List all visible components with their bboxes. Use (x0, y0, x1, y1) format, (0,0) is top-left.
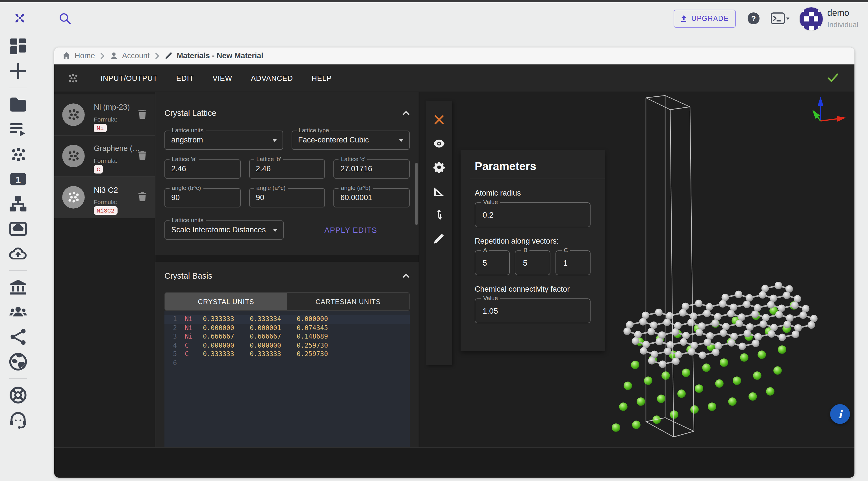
crystal-lattice-section: Crystal Lattice Lattice units angstrom L… (155, 92, 419, 255)
form-panel-scrollbar[interactable] (415, 163, 417, 225)
editor-line[interactable]: 5C0.3333330.3333330.259730 (164, 350, 410, 359)
delete-trash-icon[interactable] (138, 150, 147, 160)
search-icon[interactable] (58, 12, 72, 25)
editor-line[interactable]: 6 (164, 359, 410, 367)
user-plan: Individual (827, 20, 858, 29)
web-globe-icon[interactable] (8, 352, 28, 371)
editor-line[interactable]: 3Ni0.6666670.6666670.148689 (164, 332, 410, 341)
console-dropdown-icon[interactable] (771, 12, 790, 25)
atomic-radius-input[interactable]: Value 0.2 (475, 202, 591, 227)
measure-ruler-icon[interactable] (433, 185, 445, 197)
cloud-upload-icon[interactable] (8, 244, 28, 263)
add-new-icon[interactable] (8, 62, 28, 81)
window-top-strip (0, 0, 868, 2)
workflow-tree-icon[interactable] (8, 194, 28, 214)
delete-trash-icon[interactable] (138, 109, 147, 119)
swap-vert-arrows-icon[interactable] (433, 209, 445, 220)
editor-line[interactable]: 4C0.0000000.0000000.259730 (164, 341, 410, 350)
repetition-inputs: A 5 B 5 C 1 (475, 250, 591, 275)
help-icon[interactable]: ? (747, 12, 760, 25)
svg-text:1: 1 (16, 174, 21, 185)
lattice-type-select[interactable]: Lattice type Face-centered Cubic (291, 130, 410, 150)
basis-units-tabs: CRYSTAL UNITS CARTESIAN UNITS (164, 292, 410, 311)
share-nodes-icon[interactable] (8, 327, 28, 347)
material-item-ni3c2-selected[interactable]: Ni3 C2 Formula: Ni3C2 (54, 177, 155, 218)
formula-badge: Ni (94, 124, 106, 132)
info-button[interactable]: i (830, 404, 850, 424)
settings-gear-icon[interactable] (433, 162, 445, 173)
materials-3d-viewer[interactable]: Parameters Atomic radius Value 0.2 Repet… (419, 92, 855, 447)
svg-text:?: ? (751, 14, 756, 23)
materials-dots-icon[interactable] (8, 145, 28, 164)
material-item-graphene[interactable]: Graphene (… Formula: C (54, 136, 155, 177)
repetition-a-input[interactable]: A 5 (475, 250, 510, 275)
repetition-c-input[interactable]: C 1 (555, 250, 591, 275)
editor-line[interactable]: 1Ni0.3333330.3333340.000000 (164, 315, 410, 324)
dropdown-caret-icon (272, 139, 277, 142)
app-sidebar: 1 (0, 34, 36, 481)
sidebar-divider (9, 88, 27, 88)
edit-pencil-icon[interactable] (433, 233, 445, 244)
crystal-basis-section: Crystal Basis CRYSTAL UNITS CARTESIAN UN… (155, 262, 419, 447)
save-check-icon[interactable] (827, 73, 839, 83)
connectivity-label: Chemical connectivity factor (475, 285, 591, 293)
team-group-icon[interactable] (8, 302, 28, 322)
angle-ab-input[interactable]: angle (a^b) 60.00001 (334, 188, 410, 207)
visibility-eye-icon[interactable] (433, 138, 445, 149)
connectivity-input[interactable]: Value 1.05 (475, 298, 591, 323)
upgrade-label: UPGRADE (691, 15, 729, 23)
tab-crystal-units[interactable]: CRYSTAL UNITS (165, 293, 287, 310)
material-name: Graphene (… (94, 144, 143, 153)
breadcrumb-home[interactable]: Home (62, 52, 95, 60)
menu-input-output[interactable]: INPUT/OUTPUT (101, 74, 158, 82)
menu-edit[interactable]: EDIT (176, 74, 194, 82)
collapse-chevron-icon[interactable] (402, 111, 410, 115)
editor-line[interactable]: 2Ni0.0000000.0000010.074345 (164, 324, 410, 332)
app-window: UPGRADE ? demo Individual 1 (0, 0, 868, 481)
repetition-b-input[interactable]: B 5 (515, 250, 550, 275)
angle-bc-input[interactable]: angle (b^c) 90 (164, 188, 241, 207)
close-icon[interactable] (433, 114, 445, 125)
material-name: Ni (mp-23) (94, 103, 143, 111)
lattice-c-input[interactable]: Lattice 'c' 27.01716 (334, 159, 410, 179)
dashboard-icon[interactable] (8, 37, 28, 56)
menu-view[interactable]: VIEW (213, 74, 232, 82)
apply-edits-button[interactable]: APPLY EDITS (292, 226, 410, 234)
menu-help[interactable]: HELP (312, 74, 332, 82)
looks-one-icon[interactable]: 1 (8, 170, 28, 189)
dropbox-icon[interactable] (8, 219, 28, 239)
delete-trash-icon[interactable] (138, 191, 147, 202)
workspace-card: Home Account Materials - New Material IN… (54, 48, 855, 478)
crystal-basis-title: Crystal Basis (164, 271, 212, 280)
basis-code-editor[interactable]: 1Ni0.3333330.3333340.000000 2Ni0.0000000… (164, 311, 410, 447)
projects-folder-icon[interactable] (8, 95, 28, 114)
tab-cartesian-units[interactable]: CARTESIAN UNITS (287, 293, 409, 310)
support-wheel-icon[interactable] (8, 386, 28, 405)
dropdown-caret-icon (273, 229, 277, 232)
mat3ra-logo-icon[interactable] (12, 10, 28, 26)
lattice-a-input[interactable]: Lattice 'a' 2.46 (164, 159, 241, 179)
collapse-chevron-icon[interactable] (402, 274, 410, 278)
sidebar-divider (9, 270, 27, 271)
contact-headset-icon[interactable] (8, 410, 28, 429)
institution-bank-icon[interactable] (8, 277, 28, 297)
viewer-parameters-panel: Parameters Atomic radius Value 0.2 Repet… (461, 150, 604, 351)
home-icon (62, 52, 71, 60)
lattice-units-mode-select[interactable]: Lattice units Scale Interatomic Distance… (164, 220, 283, 240)
formula-label: Formula: (94, 199, 117, 205)
lattice-b-input[interactable]: Lattice 'b' 2.46 (249, 159, 325, 179)
angle-ac-input[interactable]: angle (a^c) 90 (249, 188, 325, 207)
material-dots-icon (67, 72, 79, 84)
jobs-list-icon[interactable] (8, 120, 28, 139)
lattice-units-select[interactable]: Lattice units angstrom (164, 130, 283, 150)
viewer-toolbar (426, 100, 452, 365)
bottom-status-bar (54, 447, 855, 478)
repetition-label: Repetition along vectors: (475, 237, 591, 245)
user-name: demo (827, 8, 849, 18)
menu-advanced[interactable]: ADVANCED (251, 74, 293, 82)
user-avatar[interactable] (800, 7, 823, 31)
atomic-radius-label: Atomic radius (475, 189, 591, 197)
upgrade-button[interactable]: UPGRADE (674, 10, 736, 28)
breadcrumb-account[interactable]: Account (110, 52, 150, 60)
material-item-ni[interactable]: Ni (mp-23) Formula: Ni (54, 94, 155, 136)
